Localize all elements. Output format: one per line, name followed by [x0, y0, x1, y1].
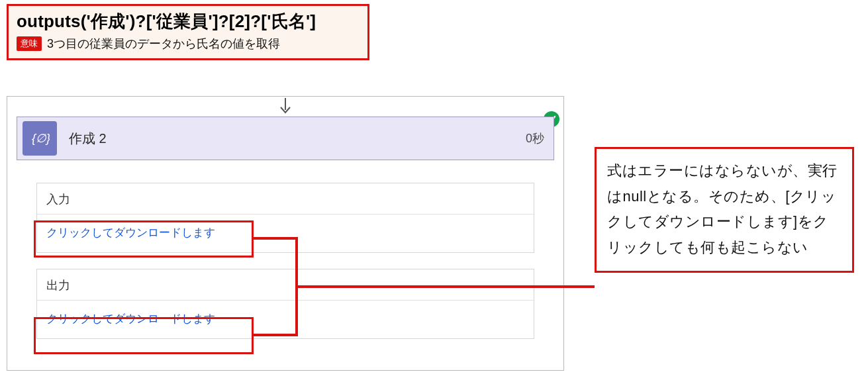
action-card-title: 作成 2 — [69, 130, 526, 148]
output-section: 出力 クリックしてダウンロードします — [36, 269, 534, 339]
expression-code: outputs('作成')?['従業員']?[2]?['氏名'] — [17, 10, 360, 33]
input-download-link[interactable]: クリックしてダウンロードします — [46, 226, 215, 239]
output-link-row: クリックしてダウンロードします — [36, 301, 534, 339]
output-label: 出力 — [36, 269, 534, 301]
expression-meaning-row: 意味 3つ目の従業員のデータから氏名の値を取得 — [17, 36, 360, 52]
expression-box: outputs('作成')?['従業員']?[2]?['氏名'] 意味 3つ目の… — [7, 4, 369, 60]
input-section: 入力 クリックしてダウンロードします — [36, 183, 534, 253]
svg-text:{∅}: {∅} — [32, 132, 50, 145]
annotation-callout: 式はエラーにはならないが、実行はnullとなる。そのため、[クリックしてダウンロ… — [595, 147, 854, 273]
output-download-link[interactable]: クリックしてダウンロードします — [46, 312, 215, 325]
input-link-row: クリックしてダウンロードします — [36, 215, 534, 253]
meaning-text: 3つ目の従業員のデータから氏名の値を取得 — [47, 36, 280, 52]
io-sections: 入力 クリックしてダウンロードします 出力 クリックしてダウンロードします — [36, 183, 534, 355]
meaning-badge: 意味 — [17, 36, 42, 51]
action-card[interactable]: {∅} 作成 2 0秒 — [17, 117, 554, 160]
flow-arrow-down-icon — [279, 98, 292, 117]
input-label: 入力 — [36, 183, 534, 215]
action-card-duration: 0秒 — [526, 130, 544, 146]
flow-run-panel: {∅} 作成 2 0秒 入力 クリックしてダウンロードします 出力 クリックして… — [7, 96, 564, 371]
annotation-text: 式はエラーにはならないが、実行はnullとなる。そのため、[クリックしてダウンロ… — [607, 158, 842, 260]
data-operation-icon: {∅} — [23, 121, 57, 156]
